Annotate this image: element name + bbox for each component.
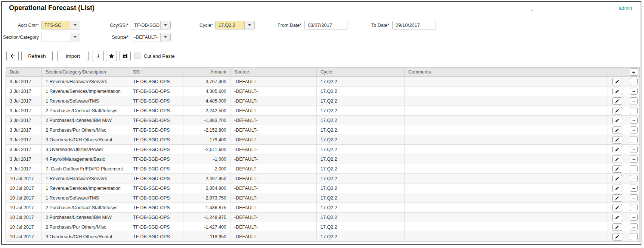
remove-row-button[interactable]: − <box>630 97 638 104</box>
remove-row-button[interactable]: − <box>630 233 638 240</box>
cell-amount: -1,883,700 <box>183 116 230 125</box>
edit-row-button[interactable] <box>612 175 622 182</box>
admin-user-link[interactable]: admin <box>619 5 632 11</box>
edit-row-button[interactable] <box>612 136 622 144</box>
cell-date: 10 Jul 2017 <box>6 222 42 232</box>
cell-remove: − <box>627 96 640 106</box>
chevron-down-icon[interactable] <box>70 21 80 29</box>
to-date-input[interactable] <box>392 21 436 29</box>
remove-row-button[interactable]: − <box>630 156 638 163</box>
cell-remove: − <box>627 154 640 164</box>
cell-remove: − <box>627 77 640 86</box>
save-button[interactable] <box>120 51 131 61</box>
remove-row-button[interactable]: − <box>630 78 638 85</box>
cell-description: 1 Revenue/Software/TMS <box>42 96 129 106</box>
cell-cycle: 17.Q2.2 <box>317 116 405 125</box>
cell-comments <box>405 125 607 135</box>
table-row: 10 Jul 2017 2 Purchases/Contract Staff/I… <box>6 203 640 213</box>
remove-row-button[interactable]: − <box>630 185 638 192</box>
table-row: 10 Jul 2017 1 Revenue/Hardware/Servers T… <box>6 174 640 183</box>
chevron-down-icon[interactable] <box>244 21 254 29</box>
cell-remove: − <box>627 116 640 125</box>
cell-comments <box>405 174 607 183</box>
cell-amount: -1,427,400 <box>183 222 230 232</box>
cell-remove: − <box>627 203 640 212</box>
remove-row-button[interactable]: − <box>630 136 638 143</box>
chevron-down-icon[interactable] <box>160 33 170 41</box>
cell-description: 1 Revenue/Hardware/Servers <box>42 77 129 86</box>
refresh-button[interactable]: Refresh <box>21 51 53 61</box>
cell-comments <box>405 77 607 86</box>
edit-row-button[interactable] <box>612 185 622 192</box>
remove-row-button[interactable]: − <box>630 204 638 211</box>
cell-source: -DEFAULT- <box>230 213 317 222</box>
acct-cntr-label: Acct Cntr* <box>0 23 39 28</box>
edit-row-button[interactable] <box>612 214 622 221</box>
edit-row-button[interactable] <box>612 88 622 95</box>
source-select[interactable]: -DEFAULT- <box>131 33 171 41</box>
download-button[interactable] <box>93 51 104 61</box>
remove-row-button[interactable]: − <box>630 88 638 95</box>
acct-cntr-select[interactable]: TFS-SG <box>41 21 80 29</box>
edit-row-button[interactable] <box>612 97 622 105</box>
remove-row-button[interactable]: − <box>630 223 638 230</box>
edit-row-button[interactable] <box>612 146 622 153</box>
edit-row-button[interactable] <box>612 107 622 114</box>
pencil-icon <box>615 138 619 142</box>
cell-date: 3 Jul 2017 <box>6 164 42 173</box>
remove-row-button[interactable]: − <box>630 165 638 172</box>
pencil-icon <box>615 225 619 229</box>
column-header-edit <box>607 68 627 76</box>
pencil-icon <box>615 176 619 181</box>
cell-edit <box>607 135 627 144</box>
edit-row-button[interactable] <box>612 126 622 134</box>
cell-remove: − <box>627 232 640 241</box>
add-row-button[interactable]: + <box>630 68 638 76</box>
edit-row-button[interactable] <box>612 78 622 85</box>
cell-source: -DEFAULT- <box>230 154 317 164</box>
edit-row-button[interactable] <box>612 117 622 124</box>
ccy-ssi-select[interactable]: TF-DB-SGD-OPS <box>131 21 171 29</box>
cell-description: 2 Purchases/Pur Others/Misc <box>42 125 129 135</box>
remove-row-button[interactable]: − <box>630 107 638 114</box>
cell-cycle: 17.Q2.2 <box>317 183 405 193</box>
edit-row-button[interactable] <box>612 204 622 211</box>
table-row: 3 Jul 2017 3 Overheads/Utilities/Power T… <box>6 145 640 154</box>
back-button[interactable] <box>6 51 19 61</box>
cell-source: -DEFAULT- <box>230 87 317 96</box>
edit-row-button[interactable] <box>612 165 622 173</box>
table-header-row: Date Section/Category/Description SSI Am… <box>6 68 640 77</box>
column-header-source: Source <box>230 68 317 76</box>
chevron-down-icon[interactable] <box>160 21 170 29</box>
remove-row-button[interactable]: − <box>630 146 638 153</box>
edit-row-button[interactable] <box>612 156 622 163</box>
chevron-down-icon[interactable] <box>70 33 80 41</box>
edit-row-button[interactable] <box>612 194 622 202</box>
edit-row-button[interactable] <box>612 233 622 241</box>
remove-row-button[interactable]: − <box>630 175 638 182</box>
cell-ssi: TF-DB-SGD-OPS <box>129 154 183 164</box>
pencil-icon <box>615 157 619 161</box>
remove-row-button[interactable]: − <box>630 117 638 124</box>
section-category-select[interactable] <box>41 33 80 41</box>
table-row: 10 Jul 2017 2 Purchases/Licenses/IBM M/W… <box>6 213 640 222</box>
cell-description: 3 Overheads/O/H Others/Rental <box>42 232 129 241</box>
remove-row-button[interactable]: − <box>630 214 638 221</box>
favorite-button[interactable] <box>106 51 117 61</box>
cell-cycle: 17.Q2.2 <box>317 232 405 241</box>
from-date-input[interactable] <box>304 21 347 29</box>
cycle-select[interactable]: 17.Q2.2 <box>215 21 255 29</box>
remove-row-button[interactable]: − <box>630 126 638 134</box>
cell-amount: 4,485,000 <box>183 96 230 106</box>
cell-remove: − <box>627 174 640 183</box>
table-body: 3 Jul 2017 1 Revenue/Hardware/Servers TF… <box>6 77 640 242</box>
cut-and-paste-checkbox[interactable] <box>134 53 140 59</box>
column-header-cycle: Cycle <box>317 68 405 76</box>
cell-cycle: 17.Q2.2 <box>317 164 405 173</box>
edit-row-button[interactable] <box>612 223 622 231</box>
cell-description: 3 Overheads/O/H Others/Rental <box>42 135 129 144</box>
remove-row-button[interactable]: − <box>630 194 638 201</box>
cell-amount: -2,242,500 <box>183 106 230 115</box>
star-icon <box>108 53 115 59</box>
import-button[interactable]: Import <box>57 51 89 61</box>
